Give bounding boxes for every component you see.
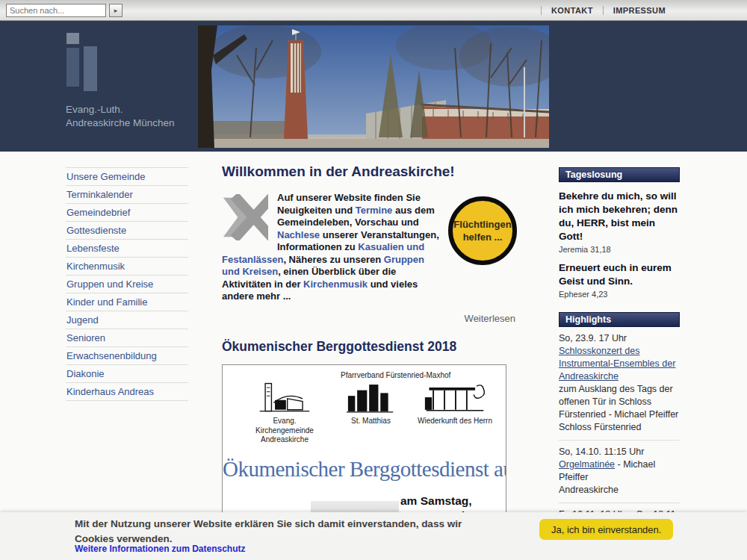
topbar-link-impressum[interactable]: IMPRESSUM [603,6,675,15]
logo-bar-left [66,48,79,87]
highlights-header: Highlights [559,312,680,327]
site-name-line1: Evang.-Luth. [66,103,175,116]
poster-title: Ökumenischer Berggottesdienst auf der Bi… [223,457,506,482]
site-name[interactable]: Evang.-Luth. Andreaskirche München [66,103,175,130]
nav-item-kinderhaus-andreas[interactable]: Kinderhaus Andreas [66,383,188,401]
highlight-item: So, 14.10. 11:15 Uhr Orgelmatinée - Mich… [559,441,680,503]
andreas-cross-icon [222,194,268,240]
main-navigation: Unsere Gemeinde Terminkalender Gemeindeb… [66,167,188,401]
nav-item-gruppen-und-kreise[interactable]: Gruppen und Kreise [66,276,188,293]
sketch-caption: Wiederkunft des Herrn [416,417,494,426]
topbar-link-kontakt[interactable]: KONTAKT [541,6,603,15]
read-more-link[interactable]: Weiterlesen [222,313,515,324]
link-nachlese[interactable]: Nachlese [277,229,320,240]
site-header: Evang.-Luth. Andreaskirche München [0,21,747,152]
sketch-wiederkunft: Wiederkunft des Herrn [416,382,494,445]
logo-bar-right [84,46,97,91]
nav-item-lebensfeste[interactable]: Lebensfeste [66,240,188,258]
cookie-privacy-link[interactable]: Weitere Informationen zum Datenschutz [75,544,245,554]
highlight-location: Schloss Fürstenried [559,421,680,434]
nav-item-kirchenmusik[interactable]: Kirchenmusik [66,258,188,276]
refugee-help-badge[interactable]: Flüchtlingen helfen ... [448,196,517,265]
badge-line2: helfen ... [453,231,512,243]
highlight-link[interactable]: Schlosskonzert des Instrumental-Ensemble… [559,346,675,382]
nav-item-senioren[interactable]: Senioren [66,329,188,347]
topbar-links: KONTAKT IMPRESSUM [541,4,675,16]
highlight-location: Andreaskirche [559,484,680,497]
link-termine[interactable]: Termine [356,205,393,216]
sketch-caption: St. Matthias [341,417,401,426]
nav-item-terminkalender[interactable]: Terminkalender [66,186,188,204]
highlight-time: So, 23.9. 17 Uhr [559,332,680,345]
nav-item-unsere-gemeinde[interactable]: Unsere Gemeinde [66,168,188,186]
article-title: Ökumenischer Berggottesdienst 2018 [222,339,515,355]
nav-item-gottesdienste[interactable]: Gottesdienste [66,222,188,240]
church-photo [198,25,549,148]
tageslosung-reference: Epheser 4,23 [559,290,680,299]
nav-item-jugend[interactable]: Jugend [66,311,188,329]
main-content: Willkommen in der Andreaskirche! Auf uns… [222,162,515,560]
sketch-andreaskirche: Evang. Kirchengemeinde Andreaskirche [244,382,326,445]
nav-item-erwachsenenbildung[interactable]: Erwachsenenbildung [66,347,188,365]
highlight-item: So, 23.9. 17 Uhr Schlosskonzert des Inst… [559,327,680,441]
nav-item-kinder-und-familie[interactable]: Kinder und Familie [66,293,188,311]
badge-line1: Flüchtlingen [453,218,512,231]
intro-seg: , Näheres zu unseren [283,254,383,265]
page-title: Willkommen in der Andreaskirche! [222,164,515,180]
site-logo[interactable] [66,33,100,85]
logo-square [66,33,79,44]
highlight-link[interactable]: Orgelmatinée [559,459,615,470]
tageslosung-verse: Bekehre du mich, so will ich mich bekehr… [559,190,680,243]
site-name-line2: Andreaskirche München [66,116,175,130]
highlight-time: So, 14.10. 11:15 Uhr [559,446,680,458]
sketch-caption: Evang. Kirchengemeinde Andreaskirche [244,417,326,445]
tageslosung-header: Tageslosung [559,167,680,182]
cookie-banner: Mit der Nutzung unserer Website erklären… [0,512,747,560]
cookie-accept-button[interactable]: Ja, ich bin einverstanden. [539,519,673,540]
search-submit-button[interactable]: ▸ [109,4,123,17]
highlight-description: zum Ausklang des Tags der offenen Tür in… [559,383,680,421]
nav-item-gemeindebrief[interactable]: Gemeindebrief [66,204,188,222]
tageslosung-verse: Erneuert euch in eurem Geist und Sinn. [559,261,680,288]
intro-section: Auf unserer Website finden Sie Neuigkeit… [222,192,515,305]
cookie-message: Mit der Nutzung unserer Website erklären… [75,517,493,547]
nav-item-diakonie[interactable]: Diakonie [66,365,188,383]
top-utility-bar: ▸ KONTAKT IMPRESSUM [0,0,747,21]
sketch-st-matthias: St. Matthias [341,382,401,445]
poster-date-line1: am Samstag, [400,494,506,508]
page: ▸ KONTAKT IMPRESSUM Evang.-Luth. Andreas… [0,0,747,560]
right-sidebar: Tageslosung Bekehre du mich, so will ich… [559,167,680,560]
search-submit-icon: ▸ [114,7,118,14]
tageslosung-reference: Jeremia 31,18 [559,245,680,254]
link-kirchenmusik[interactable]: Kirchenmusik [303,279,368,290]
poster-church-sketches: Evang. Kirchengemeinde Andreaskirche St.… [223,379,506,445]
poster-association: Pfarrverband Fürstenried-Maxhof [341,371,506,379]
search-input[interactable] [6,4,106,17]
